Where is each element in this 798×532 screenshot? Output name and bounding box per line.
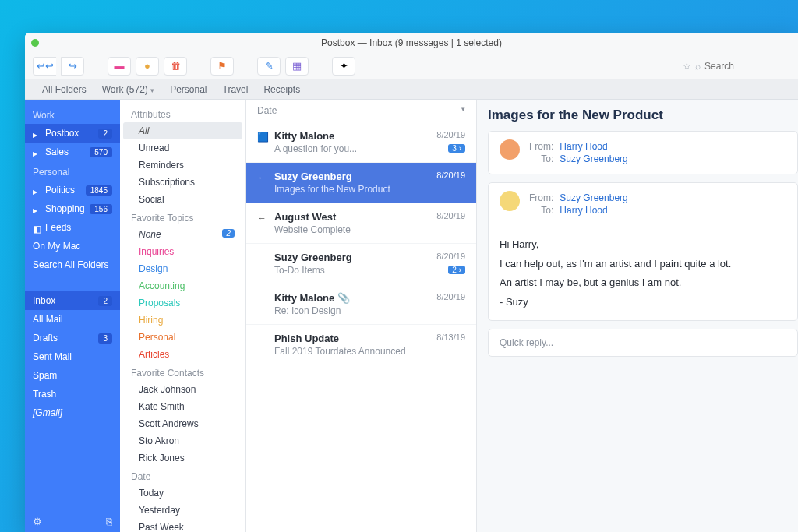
count-badge: 570 xyxy=(90,147,112,157)
message-subject: Images for the New Product xyxy=(274,184,465,195)
sidebar-section-header: Personal xyxy=(25,161,120,181)
panel-item[interactable]: Past Week xyxy=(120,519,245,532)
panel-item[interactable]: All xyxy=(123,122,242,139)
filter-receipts[interactable]: Receipts xyxy=(263,84,300,95)
panel-item[interactable]: Design xyxy=(120,260,245,277)
chevron-down-icon: ▾ xyxy=(150,86,154,94)
folder-icon: ◧ xyxy=(33,224,41,231)
sidebar-item[interactable]: Search All Folders xyxy=(25,255,120,274)
count-badge: 1845 xyxy=(86,185,112,196)
panel-item[interactable]: Sto Akron xyxy=(120,432,245,449)
list-header[interactable]: Date xyxy=(257,105,277,116)
to-value[interactable]: Harry Hood xyxy=(560,205,627,216)
panel-item[interactable]: Scott Andrews xyxy=(120,415,245,432)
sidebar-item[interactable]: ▸Sales570 xyxy=(25,143,120,161)
sidebar-item-label: All Mail xyxy=(33,314,63,325)
sidebar-item[interactable]: Sent Mail xyxy=(25,347,120,366)
count-badge: 156 xyxy=(90,204,112,214)
titlebar: Postbox — Inbox (9 messages | 1 selected… xyxy=(25,33,798,53)
star-icon[interactable]: ☆ xyxy=(683,61,691,72)
archive-button[interactable]: ▬ xyxy=(108,57,131,76)
settings-icon[interactable]: ⚙ xyxy=(33,516,42,527)
folder-icon: ▸ xyxy=(33,129,41,137)
forward-button[interactable]: ↪ xyxy=(61,57,84,76)
sidebar-item[interactable]: Drafts3 xyxy=(25,329,120,347)
message-subject: Website Complete xyxy=(274,224,465,235)
quick-reply-input[interactable]: Quick reply... xyxy=(488,329,798,357)
contacts-button[interactable]: ▦ xyxy=(285,57,309,76)
panel-item[interactable]: Jack Johnson xyxy=(120,381,245,398)
sidebar-item-label: Inbox xyxy=(33,295,55,306)
panel-item[interactable]: Inquiries xyxy=(120,243,245,260)
flag-button[interactable]: ⚑ xyxy=(210,57,234,76)
panel-item[interactable]: Personal xyxy=(120,329,245,346)
sidebar-item[interactable]: Trash xyxy=(25,385,120,403)
message-item[interactable]: 🟦Kitty MaloneA question for you...8/20/1… xyxy=(246,122,476,163)
count-badge: 2 xyxy=(98,296,112,306)
message-item[interactable]: ←Suzy GreenbergImages for the New Produc… xyxy=(246,163,476,203)
attachment-icon: 📎 xyxy=(337,292,350,304)
panel-item[interactable]: Unread xyxy=(120,139,245,157)
message-item[interactable]: ←August WestWebsite Complete8/20/19 xyxy=(246,203,476,244)
search-input[interactable] xyxy=(704,61,790,72)
to-value[interactable]: Suzy Greenberg xyxy=(560,153,627,164)
sidebar-item-label: Sent Mail xyxy=(33,351,72,362)
filter-travel[interactable]: Travel xyxy=(223,84,249,95)
panel-item[interactable]: Subscriptions xyxy=(120,174,245,191)
traffic-light-green[interactable] xyxy=(31,39,39,47)
message-subject: A question for you... xyxy=(274,143,465,154)
sidebar-item[interactable]: ◧Feeds xyxy=(25,218,120,237)
from-value[interactable]: Harry Hood xyxy=(560,141,627,152)
panel-item[interactable]: Reminders xyxy=(120,157,245,174)
panel-item[interactable]: None2 xyxy=(120,226,245,243)
reply-all-button[interactable]: ↩↩ xyxy=(33,57,56,76)
panel-item[interactable]: Articles xyxy=(120,346,245,363)
compose-icon[interactable]: ⎘ xyxy=(106,516,112,527)
thread-count-badge: 3 › xyxy=(448,144,465,153)
folder-icon: ▸ xyxy=(33,148,41,156)
panel-item[interactable]: Kate Smith xyxy=(120,398,245,415)
sidebar-item[interactable]: Inbox2 xyxy=(25,291,120,310)
sidebar-item-label: Drafts xyxy=(33,333,58,344)
sidebar-item[interactable]: ▸Shopping156 xyxy=(25,199,120,218)
sidebar-item[interactable]: [Gmail] xyxy=(25,403,120,422)
sidebar-item[interactable]: On My Mac xyxy=(25,237,120,255)
message-date: 8/20/19 xyxy=(436,130,465,139)
panel-item[interactable]: Proposals xyxy=(120,294,245,312)
sidebar-item-label: [Gmail] xyxy=(33,407,62,418)
sidebar-item-label: Shopping xyxy=(45,203,85,214)
spam-button[interactable]: ● xyxy=(136,57,159,76)
search-icon: ⌕ xyxy=(695,61,701,72)
compose-button[interactable]: ✎ xyxy=(257,57,281,76)
count-badge: 3 xyxy=(98,333,112,344)
panel-item[interactable]: Yesterday xyxy=(120,502,245,519)
message-item[interactable]: Phish UpdateFall 2019 Tourdates Announce… xyxy=(246,325,476,365)
sidebar-item-label: Search All Folders xyxy=(33,259,108,270)
panel-item[interactable]: Rick Jones xyxy=(120,449,245,467)
message-item[interactable]: Kitty Malone 📎Re: Icon Design8/20/19 xyxy=(246,284,476,325)
delete-button[interactable]: 🗑 xyxy=(164,57,187,76)
panel-item[interactable]: Hiring xyxy=(120,312,245,329)
to-label: To: xyxy=(529,153,558,164)
panel-item[interactable]: Accounting xyxy=(120,277,245,294)
chevron-down-icon[interactable]: ▾ xyxy=(461,105,465,116)
to-label: To: xyxy=(529,205,558,216)
message-item[interactable]: Suzy GreenbergTo-Do Items8/20/192 › xyxy=(246,244,476,284)
panel-item[interactable]: Social xyxy=(120,191,245,208)
sidebar-item[interactable]: ▸Politics1845 xyxy=(25,181,120,199)
panel-section-header: Favorite Topics xyxy=(120,208,245,226)
sidebar-section-header: Work xyxy=(25,104,120,124)
sidebar-item-label: On My Mac xyxy=(33,241,80,252)
from-value[interactable]: Suzy Greenberg xyxy=(560,192,627,203)
panel-item[interactable]: Today xyxy=(120,484,245,502)
message-date: 8/20/19 xyxy=(436,252,465,261)
sidebar-item[interactable]: ▸Postbox2 xyxy=(25,124,120,143)
sidebar-item[interactable]: All Mail xyxy=(25,310,120,329)
filter-bar: All Folders Work (572) ▾ Personal Travel… xyxy=(25,79,798,100)
filter-all-folders[interactable]: All Folders xyxy=(42,84,87,95)
filter-personal[interactable]: Personal xyxy=(170,84,207,95)
clean-button[interactable]: ✦ xyxy=(332,57,355,76)
sidebar-item[interactable]: Spam xyxy=(25,366,120,385)
from-label: From: xyxy=(529,192,558,203)
filter-work[interactable]: Work (572) ▾ xyxy=(102,84,154,95)
